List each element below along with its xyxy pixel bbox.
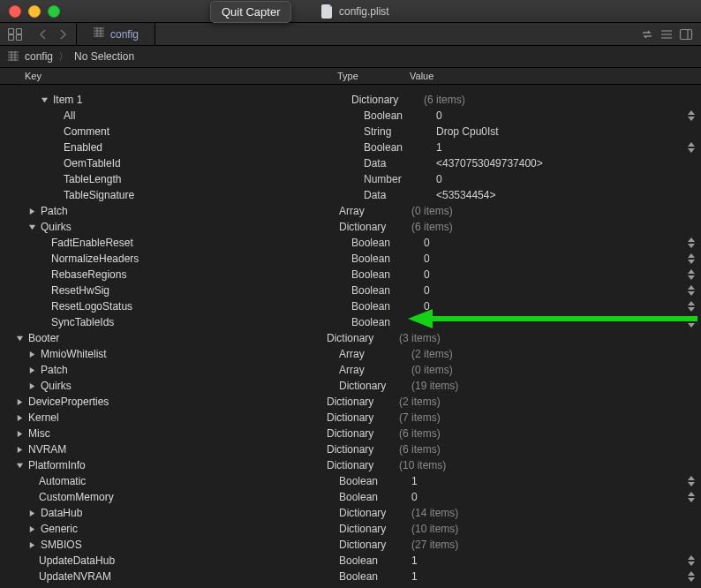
value-stepper[interactable] bbox=[687, 316, 696, 328]
plist-type[interactable]: Boolean bbox=[351, 253, 424, 265]
plist-value[interactable]: 0 bbox=[436, 173, 701, 185]
plist-value[interactable]: (0 items) bbox=[411, 205, 701, 217]
zoom-window-button[interactable] bbox=[48, 5, 60, 18]
plist-value[interactable]: 0 bbox=[424, 300, 701, 313]
plist-value[interactable]: (2 items) bbox=[411, 348, 701, 360]
plist-type[interactable]: Dictionary bbox=[327, 443, 399, 456]
column-type[interactable]: Type bbox=[337, 71, 410, 81]
disclosure-closed-icon[interactable] bbox=[14, 428, 25, 439]
plist-row[interactable]: TableSignatureData<53534454> bbox=[0, 187, 701, 203]
plist-value[interactable]: 1 bbox=[411, 570, 701, 583]
plist-row[interactable]: BooterDictionary(3 items) bbox=[0, 330, 701, 346]
plist-type[interactable]: Dictionary bbox=[327, 332, 399, 344]
plist-value[interactable]: (2 items) bbox=[399, 396, 701, 408]
plist-type[interactable]: Number bbox=[364, 173, 436, 185]
plist-row[interactable]: DataHubDictionary(14 items) bbox=[0, 505, 701, 521]
plist-type[interactable]: Boolean bbox=[364, 141, 436, 154]
plist-value[interactable]: (27 items) bbox=[411, 539, 701, 551]
plist-value[interactable]: (6 items) bbox=[411, 221, 701, 233]
plist-type[interactable]: Dictionary bbox=[339, 507, 411, 519]
plist-value[interactable]: 1 bbox=[411, 475, 701, 487]
plist-row[interactable]: TableLengthNumber0 bbox=[0, 171, 701, 187]
value-stepper[interactable] bbox=[687, 141, 696, 154]
plist-row[interactable]: AllBoolean0 bbox=[0, 108, 701, 124]
toolbar-lines-icon[interactable] bbox=[657, 23, 676, 45]
plist-value[interactable]: 1 bbox=[411, 554, 701, 567]
plist-value[interactable]: 0 bbox=[424, 316, 701, 328]
sidebar-layout-icon[interactable] bbox=[5, 23, 25, 45]
plist-row[interactable]: UpdateDataHubBoolean1 bbox=[0, 553, 701, 569]
plist-value[interactable]: 0 bbox=[424, 237, 701, 249]
plist-row[interactable]: ResetHwSigBoolean0 bbox=[0, 283, 701, 298]
plist-type[interactable]: Dictionary bbox=[327, 396, 399, 408]
plist-value[interactable]: 0 bbox=[424, 284, 701, 297]
plist-type[interactable]: Array bbox=[339, 364, 411, 376]
plist-row[interactable]: NVRAMDictionary(6 items) bbox=[0, 441, 701, 457]
disclosure-closed-icon[interactable] bbox=[26, 206, 37, 216]
plist-type[interactable]: String bbox=[364, 125, 436, 138]
disclosure-closed-icon[interactable] bbox=[26, 539, 37, 550]
plist-type[interactable]: Boolean bbox=[351, 300, 424, 313]
plist-type[interactable]: Boolean bbox=[351, 268, 424, 281]
plist-type[interactable]: Dictionary bbox=[339, 523, 411, 535]
plist-row[interactable]: Item 1Dictionary(6 items) bbox=[0, 92, 701, 108]
value-stepper[interactable] bbox=[687, 300, 696, 313]
value-stepper[interactable] bbox=[687, 554, 696, 567]
plist-row[interactable]: RebaseRegionsBoolean0 bbox=[0, 267, 701, 283]
disclosure-open-icon[interactable] bbox=[14, 460, 25, 471]
plist-value[interactable]: (14 items) bbox=[411, 507, 701, 519]
plist-row[interactable]: NormalizeHeadersBoolean0 bbox=[0, 251, 701, 267]
plist-type[interactable]: Data bbox=[364, 157, 436, 170]
plist-row[interactable]: KernelDictionary(7 items) bbox=[0, 410, 701, 426]
disclosure-closed-icon[interactable] bbox=[26, 349, 37, 359]
plist-value[interactable]: Drop Cpu0Ist bbox=[436, 125, 701, 138]
disclosure-closed-icon[interactable] bbox=[14, 412, 25, 423]
plist-type[interactable]: Boolean bbox=[351, 316, 424, 328]
plist-type[interactable]: Boolean bbox=[351, 284, 424, 297]
toolbar-inspector-icon[interactable] bbox=[676, 23, 696, 45]
plist-value[interactable]: <4370753049737400> bbox=[436, 157, 701, 170]
plist-type[interactable]: Dictionary bbox=[339, 539, 411, 551]
plist-tree[interactable]: Item 1Dictionary(6 items)AllBoolean0Comm… bbox=[0, 85, 701, 584]
plist-type[interactable]: Boolean bbox=[339, 554, 411, 567]
plist-value[interactable]: (10 items) bbox=[399, 459, 701, 471]
plist-row[interactable]: FadtEnableResetBoolean0 bbox=[0, 235, 701, 251]
plist-value[interactable]: 0 bbox=[424, 268, 701, 281]
disclosure-closed-icon[interactable] bbox=[14, 444, 25, 455]
disclosure-open-icon[interactable] bbox=[39, 94, 49, 105]
plist-row[interactable]: DevicePropertiesDictionary(2 items) bbox=[0, 394, 701, 410]
plist-type[interactable]: Dictionary bbox=[327, 427, 399, 440]
plist-type[interactable]: Boolean bbox=[339, 491, 411, 503]
plist-value[interactable]: (3 items) bbox=[399, 332, 701, 344]
value-stepper[interactable] bbox=[687, 284, 696, 297]
plist-type[interactable]: Boolean bbox=[351, 237, 424, 249]
plist-type[interactable]: Boolean bbox=[364, 109, 436, 122]
value-stepper[interactable] bbox=[687, 109, 696, 122]
value-stepper[interactable] bbox=[687, 491, 696, 503]
plist-row[interactable]: UpdateNVRAMBoolean1 bbox=[0, 569, 701, 584]
disclosure-closed-icon[interactable] bbox=[14, 396, 25, 407]
plist-row[interactable]: AutomaticBoolean1 bbox=[0, 473, 701, 489]
disclosure-closed-icon[interactable] bbox=[26, 508, 37, 518]
plist-row[interactable]: SyncTableIdsBoolean0 bbox=[0, 314, 701, 330]
plist-value[interactable]: 0 bbox=[424, 253, 701, 265]
plist-value[interactable]: 0 bbox=[436, 109, 701, 122]
plist-row[interactable]: QuirksDictionary(19 items) bbox=[0, 378, 701, 394]
nav-forward-button[interactable] bbox=[55, 23, 71, 45]
plist-row[interactable]: ResetLogoStatusBoolean0 bbox=[0, 298, 701, 314]
plist-type[interactable]: Dictionary bbox=[327, 411, 399, 424]
plist-row[interactable]: SMBIOSDictionary(27 items) bbox=[0, 537, 701, 553]
plist-row[interactable]: PatchArray(0 items) bbox=[0, 362, 701, 378]
close-window-button[interactable] bbox=[9, 5, 21, 18]
plist-value[interactable]: 0 bbox=[411, 491, 701, 503]
plist-value[interactable]: (19 items) bbox=[411, 380, 701, 392]
plist-row[interactable]: CommentStringDrop Cpu0Ist bbox=[0, 124, 701, 139]
disclosure-closed-icon[interactable] bbox=[26, 365, 37, 375]
column-value[interactable]: Value bbox=[410, 71, 701, 81]
plist-value[interactable]: (6 items) bbox=[399, 427, 701, 440]
plist-row[interactable]: EnabledBoolean1 bbox=[0, 139, 701, 155]
window-tab[interactable]: config.plist bbox=[309, 0, 402, 22]
minimize-window-button[interactable] bbox=[28, 5, 41, 18]
plist-row[interactable]: OemTableIdData<4370753049737400> bbox=[0, 155, 701, 171]
plist-value[interactable]: 1 bbox=[436, 141, 701, 154]
